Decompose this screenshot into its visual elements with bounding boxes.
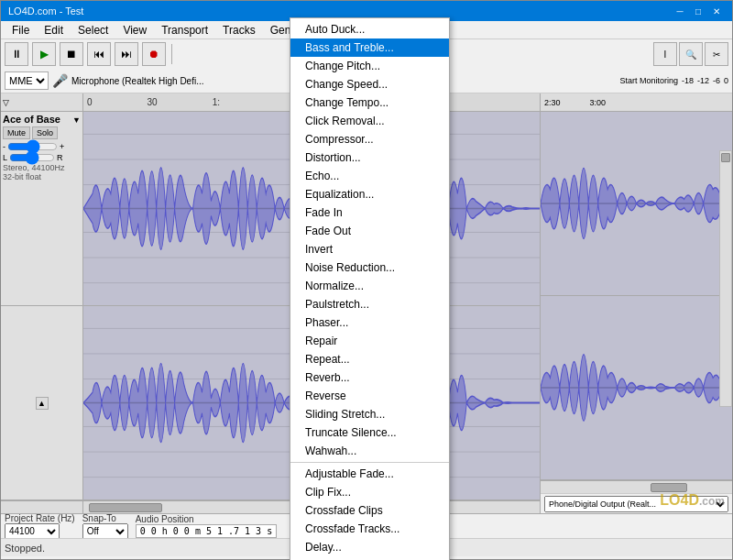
track-label-2: ▲ <box>1 306 83 500</box>
selection-tool-button[interactable]: I <box>653 42 677 66</box>
close-button[interactable]: ✕ <box>708 4 725 18</box>
menu-repair[interactable]: Repair <box>290 332 449 350</box>
stop-button[interactable]: ⏹ <box>60 42 83 66</box>
menu-transport[interactable]: Transport <box>154 21 215 38</box>
menu-crossfade-clips[interactable]: Crossfade Clips <box>290 501 449 520</box>
right-scrollbar[interactable] <box>541 480 732 493</box>
play-button[interactable]: ▶ <box>32 42 56 66</box>
track-menu-icon[interactable]: ▼ <box>72 115 81 125</box>
pan-r-label: R <box>57 153 63 162</box>
right-svg-2 <box>541 296 732 479</box>
menu-compressor[interactable]: Compressor... <box>290 130 449 148</box>
snap-to-label: Snap-To <box>82 513 116 523</box>
menu-change-speed[interactable]: Change Speed... <box>290 75 449 93</box>
vu-level-0: 0 <box>724 76 728 85</box>
track-info-1: Stereo, 44100Hz32-bit float <box>3 163 81 181</box>
mic-icon: 🎤 <box>52 73 68 88</box>
track-label-1: Ace of Base ▼ Mute Solo - + L <box>1 112 83 305</box>
menu-reverb[interactable]: Reverb... <box>290 368 449 387</box>
ruler-mark-1min: 1: <box>213 97 220 107</box>
zoom-tool-button[interactable]: 🔍 <box>679 42 703 66</box>
scrollbar-thumb[interactable] <box>89 503 162 512</box>
scrollbar-spacer <box>1 501 83 513</box>
pause-button[interactable]: ⏸ <box>5 42 28 66</box>
menu-reverse[interactable]: Reverse <box>290 387 449 405</box>
record-button[interactable]: ⏺ <box>142 42 166 66</box>
title-bar-controls: ─ □ ✕ <box>672 4 725 18</box>
vu-level-minus18: -18 <box>682 76 694 85</box>
audio-pos-label: Audio Position <box>136 514 194 524</box>
menu-normalize[interactable]: Normalize... <box>290 277 449 295</box>
project-rate-select[interactable]: 44100 <box>5 523 60 540</box>
h-scrollbar[interactable] <box>1 500 540 513</box>
project-rate-group: Project Rate (Hz) 44100 <box>5 513 75 540</box>
menu-file[interactable]: File <box>5 21 37 38</box>
ruler-mark-0: 0 <box>87 97 93 107</box>
menu-separator-1 <box>290 462 449 463</box>
menu-click-removal[interactable]: Click Removal... <box>290 112 449 130</box>
menu-crossfade-tracks[interactable]: Crossfade Tracks... <box>290 520 449 538</box>
menu-change-tempo[interactable]: Change Tempo... <box>290 93 449 112</box>
project-rate-label: Project Rate (Hz) <box>5 513 75 523</box>
snap-to-select[interactable]: Off <box>82 523 128 540</box>
menu-fade-out[interactable]: Fade Out <box>290 222 449 240</box>
right-ruler: 2:30 3:00 <box>541 93 732 112</box>
menu-view[interactable]: View <box>115 21 154 38</box>
window-title: LO4D.com - Test <box>8 5 83 16</box>
collapse-icon: ▽ <box>3 98 9 107</box>
menu-distortion[interactable]: Distortion... <box>290 148 449 167</box>
menu-clip-fix[interactable]: Clip Fix... <box>290 483 449 501</box>
track-2: ▲ <box>1 306 540 500</box>
right-waveform-1[interactable] <box>541 112 732 296</box>
effect-context-menu: Auto Duck... Bass and Treble... Change P… <box>290 17 450 560</box>
pan-row-1: L R <box>3 152 81 163</box>
status-text: Stopped. <box>5 543 45 554</box>
right-scrollbar-thumb[interactable] <box>651 483 687 492</box>
maximize-button[interactable]: □ <box>690 4 706 18</box>
menu-echo[interactable]: Echo... <box>290 167 449 185</box>
menu-high-pass-filter[interactable]: High-Pass Filter... <box>290 556 449 560</box>
menu-invert[interactable]: Invert <box>290 240 449 258</box>
pan-l-label: L <box>3 153 7 162</box>
watermark: LO4D.com <box>660 492 725 509</box>
scissors-tool-button[interactable]: ✂ <box>705 42 728 66</box>
track-collapse-btn[interactable]: ▲ <box>36 397 49 410</box>
v-scroll-thumb[interactable] <box>721 153 730 162</box>
pan-slider-1[interactable] <box>9 153 55 162</box>
menu-sliding-stretch[interactable]: Sliding Stretch... <box>290 405 449 423</box>
menu-truncate-silence[interactable]: Truncate Silence... <box>290 423 449 442</box>
menu-adjustable-fade[interactable]: Adjustable Fade... <box>290 465 449 483</box>
ruler-spacer: ▽ <box>1 93 83 112</box>
menu-repeat[interactable]: Repeat... <box>290 350 449 368</box>
minimize-button[interactable]: ─ <box>672 4 688 18</box>
solo-button-1[interactable]: Solo <box>32 126 58 139</box>
right-ruler-230: 2:30 <box>544 98 561 107</box>
audio-pos-group: Audio Position 0 0 h 0 0 m 5 1 .7 1 3 s <box>136 514 278 538</box>
menu-equalization[interactable]: Equalization... <box>290 185 449 203</box>
menu-noise-reduction[interactable]: Noise Reduction... <box>290 258 449 277</box>
audio-position-value: 0 0 h 0 0 m 5 1 .7 1 3 s <box>136 524 278 538</box>
gain-plus-icon: + <box>60 142 64 151</box>
menu-wahwah[interactable]: Wahwah... <box>290 442 449 460</box>
menu-phaser[interactable]: Phaser... <box>290 313 449 332</box>
right-ruler-300: 3:00 <box>590 98 607 107</box>
menu-paulstretch[interactable]: Paulstretch... <box>290 295 449 313</box>
host-select[interactable]: MME <box>5 71 49 90</box>
right-waveform-2[interactable] <box>541 296 732 480</box>
input-device-label: Microphone (Realtek High Defi... <box>71 76 204 86</box>
right-panel: 2:30 3:00 <box>540 93 732 513</box>
menu-change-pitch[interactable]: Change Pitch... <box>290 57 449 75</box>
skip-end-button[interactable]: ⏭ <box>115 42 138 66</box>
skip-start-button[interactable]: ⏮ <box>87 42 111 66</box>
menu-auto-duck[interactable]: Auto Duck... <box>290 20 449 38</box>
mute-button-1[interactable]: Mute <box>3 126 30 139</box>
snap-to-group: Snap-To Off <box>82 513 128 540</box>
menu-delay[interactable]: Delay... <box>290 538 449 556</box>
menu-tracks[interactable]: Tracks <box>215 21 263 38</box>
gain-minus-icon: - <box>3 142 5 151</box>
v-scrollbar[interactable] <box>719 150 732 407</box>
menu-bass-treble[interactable]: Bass and Treble... <box>290 38 449 57</box>
menu-edit[interactable]: Edit <box>37 21 71 38</box>
menu-fade-in[interactable]: Fade In <box>290 203 449 222</box>
menu-select[interactable]: Select <box>71 21 115 38</box>
